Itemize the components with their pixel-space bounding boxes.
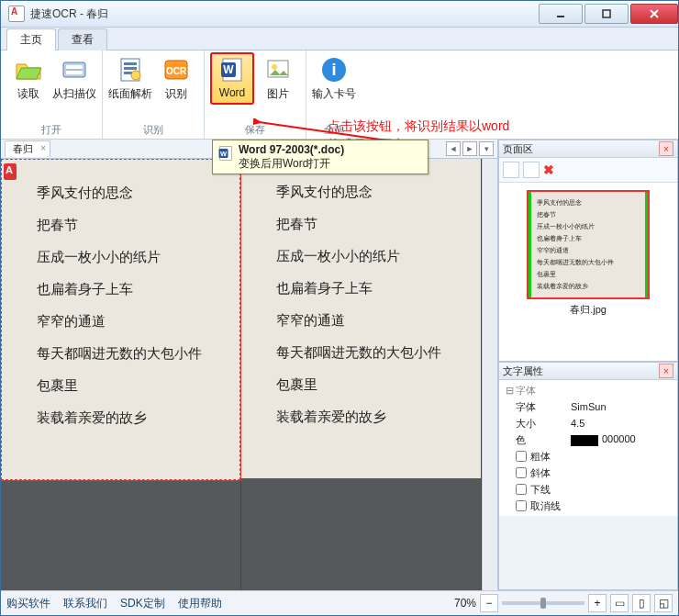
group-label: 识别 bbox=[108, 121, 198, 139]
save-word-button[interactable]: W Word bbox=[210, 52, 254, 105]
picture-icon bbox=[263, 55, 293, 84]
svg-text:W: W bbox=[223, 63, 234, 76]
text-line: 包裹里 bbox=[276, 376, 464, 394]
thumb-view2-button[interactable] bbox=[523, 162, 540, 178]
scanner-icon bbox=[60, 55, 89, 84]
zoom-out-button[interactable]: − bbox=[480, 594, 498, 612]
source-page[interactable]: A 季风支付的思念 把春节 压成一枚小小的纸片 也扁着身子上车 窄窄的通道 每天… bbox=[1, 159, 241, 590]
svg-text:OCR: OCR bbox=[166, 66, 187, 76]
text-line: 窄窄的通道 bbox=[276, 312, 464, 330]
text-line: 季风支付的思念 bbox=[276, 184, 464, 201]
tab-nav-buttons: ◄ ► ▾ bbox=[446, 141, 494, 156]
zoom-controls: 70% − + ▭ ▯ ◱ bbox=[454, 594, 673, 612]
prop-color[interactable]: 色000000 bbox=[499, 431, 677, 448]
minimize-button[interactable] bbox=[539, 4, 583, 24]
pages-panel: 页面区 × ✖ 季风支付的思念 把春节 压成一枚小小的纸片 也扁着身子上车 bbox=[498, 140, 678, 362]
read-button[interactable]: 读取 bbox=[6, 52, 50, 105]
svg-point-11 bbox=[131, 71, 140, 80]
tab-view[interactable]: 查看 bbox=[58, 28, 107, 50]
tab-next-button[interactable]: ► bbox=[462, 141, 477, 156]
word-icon: W bbox=[217, 144, 235, 162]
svg-text:W: W bbox=[220, 150, 228, 158]
text-line: 也扁着身子上车 bbox=[37, 281, 223, 298]
prop-italic[interactable]: 斜体 bbox=[499, 465, 677, 481]
status-help[interactable]: 使用帮助 bbox=[178, 596, 222, 611]
word-icon: W bbox=[217, 55, 247, 84]
prop-group-font[interactable]: ⊟字体 bbox=[499, 382, 677, 398]
vertical-scrollbar[interactable] bbox=[482, 159, 497, 590]
thumbnail-area: 季风支付的思念 把春节 压成一枚小小的纸片 也扁着身子上车 窄窄的通道 每天都咽… bbox=[499, 183, 677, 361]
prop-underline[interactable]: 下线 bbox=[499, 481, 677, 498]
svg-rect-10 bbox=[124, 72, 132, 74]
app-icon bbox=[8, 6, 25, 22]
prop-strike[interactable]: 取消线 bbox=[499, 498, 677, 514]
center-area: 春归 × W Word 97-2003(*.doc) 变换后用Word打开 ◄ … bbox=[1, 140, 497, 590]
save-picture-button[interactable]: 图片 bbox=[256, 52, 300, 105]
panel-title: 页面区 bbox=[503, 142, 659, 156]
text-line: 把春节 bbox=[37, 217, 223, 234]
bold-checkbox[interactable] bbox=[516, 451, 527, 462]
panel-close-button[interactable]: × bbox=[659, 364, 673, 378]
ribbon-group-recognize: 纸面解析 OCR 识别 识别 bbox=[103, 50, 205, 139]
from-scanner-button[interactable]: 从扫描仪 bbox=[52, 52, 96, 105]
svg-text:i: i bbox=[331, 61, 336, 79]
view-mode1-button[interactable]: ▭ bbox=[610, 594, 629, 612]
thumb-toolbar: ✖ bbox=[499, 158, 677, 183]
strike-checkbox[interactable] bbox=[516, 500, 527, 511]
status-buy[interactable]: 购买软件 bbox=[6, 596, 50, 611]
close-icon[interactable]: × bbox=[40, 143, 46, 153]
ribbon-group-save: W Word 图片 保存 bbox=[205, 50, 306, 139]
region-marker-icon: A bbox=[6, 164, 13, 175]
page-parse-button[interactable]: 纸面解析 bbox=[108, 52, 152, 105]
ribbon-group-selectall: i 输入卡号 全选 bbox=[306, 50, 362, 139]
status-sdk[interactable]: SDK定制 bbox=[120, 596, 165, 611]
panel-title: 文字属性 bbox=[503, 364, 659, 378]
folder-open-icon bbox=[14, 55, 43, 84]
title-bar: 捷速OCR - 春归 bbox=[1, 1, 678, 28]
svg-rect-9 bbox=[124, 67, 137, 70]
input-card-button[interactable]: i 输入卡号 bbox=[312, 52, 356, 105]
text-line: 每天都咽进无数的大包小件 bbox=[276, 344, 464, 362]
text-line: 季风支付的思念 bbox=[37, 185, 223, 202]
text-line: 窄窄的通道 bbox=[37, 313, 223, 330]
prop-bold[interactable]: 粗体 bbox=[499, 448, 677, 465]
page-parse-icon bbox=[116, 55, 145, 84]
window-title: 捷速OCR - 春归 bbox=[30, 6, 537, 22]
main-tab-strip: 主页 查看 bbox=[1, 28, 678, 50]
maximize-button[interactable] bbox=[584, 4, 629, 24]
text-line: 也扁着身子上车 bbox=[276, 280, 464, 297]
italic-checkbox[interactable] bbox=[516, 467, 527, 478]
document-tab[interactable]: 春归 × bbox=[5, 140, 50, 157]
recognize-button[interactable]: OCR 识别 bbox=[154, 52, 198, 105]
underline-checkbox[interactable] bbox=[516, 484, 527, 495]
thumb-view1-button[interactable] bbox=[503, 162, 519, 178]
svg-rect-1 bbox=[603, 10, 610, 17]
close-button[interactable] bbox=[630, 4, 678, 24]
info-icon: i bbox=[319, 55, 349, 84]
tab-prev-button[interactable]: ◄ bbox=[446, 141, 461, 156]
text-line: 把春节 bbox=[276, 216, 464, 233]
text-properties-panel: 文字属性 × ⊟字体 字体SimSun 大小4.5 色000000 粗体 斜体 … bbox=[498, 362, 678, 590]
text-line: 压成一枚小小的纸片 bbox=[276, 248, 464, 265]
view-mode2-button[interactable]: ▯ bbox=[632, 594, 651, 612]
zoom-value: 70% bbox=[454, 597, 476, 610]
prop-font-name[interactable]: 字体SimSun bbox=[499, 398, 677, 415]
result-page[interactable]: 季风支付的思念 把春节 压成一枚小小的纸片 也扁着身子上车 窄窄的通道 每天都咽… bbox=[241, 159, 482, 590]
zoom-slider[interactable] bbox=[502, 601, 584, 605]
status-contact[interactable]: 联系我们 bbox=[63, 596, 107, 611]
tab-list-button[interactable]: ▾ bbox=[479, 141, 494, 156]
page-thumbnail[interactable]: 季风支付的思念 把春节 压成一枚小小的纸片 也扁着身子上车 窄窄的通道 每天都咽… bbox=[527, 190, 650, 299]
group-label: 保存 bbox=[210, 121, 300, 139]
ribbon-group-open: 读取 从扫描仪 打开 bbox=[1, 50, 103, 139]
svg-point-18 bbox=[272, 64, 277, 70]
view-mode3-button[interactable]: ◱ bbox=[654, 594, 673, 612]
zoom-in-button[interactable]: + bbox=[588, 594, 607, 612]
document-tab-bar: 春归 × W Word 97-2003(*.doc) 变换后用Word打开 ◄ … bbox=[1, 140, 497, 159]
word-tooltip: W Word 97-2003(*.doc) 变换后用Word打开 bbox=[212, 140, 429, 174]
tab-home[interactable]: 主页 bbox=[6, 28, 56, 50]
text-line: 压成一枚小小的纸片 bbox=[37, 249, 223, 266]
prop-font-size[interactable]: 大小4.5 bbox=[499, 415, 677, 431]
panel-close-button[interactable]: × bbox=[659, 141, 673, 156]
thumb-delete-button[interactable]: ✖ bbox=[543, 162, 558, 177]
status-bar: 购买软件 联系我们 SDK定制 使用帮助 70% − + ▭ ▯ ◱ bbox=[1, 590, 678, 615]
